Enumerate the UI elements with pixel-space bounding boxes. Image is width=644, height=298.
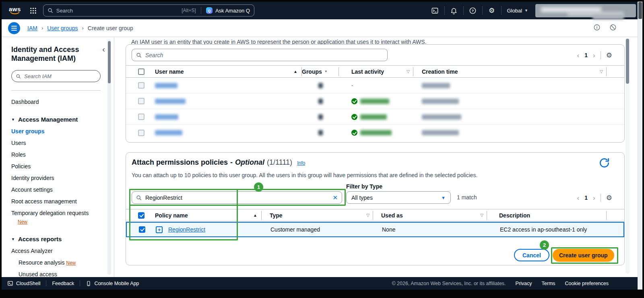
terms-link[interactable]: Terms bbox=[542, 281, 555, 286]
column-header-creation-time[interactable]: Creation time ▽ bbox=[413, 67, 624, 76]
status-slash-icon[interactable] bbox=[609, 24, 617, 33]
expand-policy-icon[interactable]: + bbox=[156, 226, 163, 233]
mobile-phone-icon bbox=[86, 281, 91, 286]
iam-sidebar: Identity and Access Management (IAM) ‹ S… bbox=[2, 37, 114, 277]
region-selector[interactable]: Global ▼ bbox=[502, 8, 534, 14]
content-region: Identity and Access Management (IAM) ‹ S… bbox=[2, 37, 642, 277]
main-scrollbar-thumb[interactable] bbox=[626, 39, 629, 84]
sidebar-item-users[interactable]: Users bbox=[11, 140, 100, 146]
column-header-policy-name[interactable]: Policy name ▲ bbox=[146, 211, 262, 220]
refresh-button[interactable] bbox=[599, 157, 610, 170]
redacted-user-name-link[interactable] bbox=[155, 83, 178, 88]
row-checkbox[interactable] bbox=[138, 130, 144, 136]
create-user-group-button[interactable]: Create user group bbox=[553, 249, 614, 262]
clear-search-icon[interactable]: ✕ bbox=[332, 194, 338, 201]
previous-page-button[interactable]: ‹ bbox=[577, 195, 580, 201]
new-badge: New bbox=[18, 219, 27, 225]
annotation-step-2: 2 bbox=[540, 240, 549, 250]
sidebar-item-access-analyzer[interactable]: Access Analyzer bbox=[11, 248, 100, 254]
sidebar-item-root-access-management[interactable]: Root access management bbox=[11, 198, 100, 205]
cookie-preferences-link[interactable]: Cookie preferences bbox=[565, 281, 609, 286]
column-header-user-name[interactable]: User name ▲ bbox=[146, 67, 302, 76]
console-mobile-app-button[interactable]: Console Mobile App bbox=[86, 281, 139, 286]
divider bbox=[606, 67, 607, 76]
aws-logo[interactable]: aws bbox=[9, 6, 21, 15]
sort-ascending-icon: ▲ bbox=[293, 69, 297, 74]
sidebar-search-input[interactable]: Search IAM bbox=[11, 70, 101, 82]
redacted-groups-count bbox=[318, 114, 323, 120]
annotation-step-1: 1 bbox=[254, 182, 263, 192]
window-scrollbar-thumb[interactable] bbox=[638, 2, 642, 19]
sidebar-item-resource-analysis[interactable]: Resource analysis New bbox=[19, 259, 100, 266]
redacted-user-name-link[interactable] bbox=[155, 130, 182, 135]
sidebar-collapse-icon[interactable]: ‹ bbox=[102, 46, 105, 52]
row-checkbox[interactable] bbox=[138, 82, 144, 89]
feedback-button[interactable]: Feedback bbox=[52, 281, 74, 286]
menu-icon[interactable] bbox=[8, 22, 20, 34]
column-header-used-as[interactable]: Used as ▽ bbox=[373, 211, 487, 220]
sidebar-item-account-settings[interactable]: Account settings bbox=[11, 186, 100, 193]
chevron-right-icon: › bbox=[41, 25, 43, 31]
breadcrumb-user-groups-link[interactable]: User groups bbox=[47, 25, 78, 31]
svg-text:Q: Q bbox=[208, 9, 211, 13]
sidebar-section-access-management[interactable]: ▼ Access Management bbox=[11, 116, 100, 123]
sidebar-item-user-groups[interactable]: User groups bbox=[11, 128, 100, 135]
cloudshell-icon[interactable] bbox=[426, 2, 444, 19]
redacted-creation-time bbox=[422, 130, 459, 135]
services-grid-icon[interactable] bbox=[30, 7, 37, 14]
select-all-checkbox[interactable] bbox=[138, 68, 144, 75]
column-header-description[interactable]: Description bbox=[487, 211, 624, 220]
app-window: aws Search [Alt+S] Q Ask Amazon Q bbox=[0, 0, 644, 298]
redacted-user-name-link[interactable] bbox=[155, 114, 178, 120]
cloudshell-button[interactable]: CloudShell bbox=[7, 280, 40, 286]
row-checkbox[interactable] bbox=[138, 98, 144, 104]
row-checkbox[interactable] bbox=[139, 226, 145, 233]
policies-search-input[interactable]: RegionRestrict ✕ bbox=[132, 191, 342, 204]
sidebar-item-dashboard[interactable]: Dashboard bbox=[11, 99, 100, 105]
divider bbox=[201, 7, 201, 14]
sidebar-item-roles[interactable]: Roles bbox=[11, 151, 100, 158]
last-activity-value: - bbox=[351, 82, 353, 89]
page-number: 1 bbox=[584, 52, 588, 58]
next-page-button[interactable]: › bbox=[593, 195, 595, 201]
info-icon[interactable] bbox=[593, 24, 601, 33]
column-header-groups[interactable]: Groups ▼ bbox=[302, 67, 339, 76]
privacy-link[interactable]: Privacy bbox=[516, 281, 532, 286]
table-settings-gear-icon[interactable]: ⚙ bbox=[606, 52, 612, 59]
sidebar-section-access-reports[interactable]: ▼ Access reports bbox=[11, 236, 100, 242]
previous-page-button[interactable]: ‹ bbox=[577, 52, 580, 59]
cancel-button[interactable]: Cancel bbox=[514, 249, 549, 261]
users-search-input[interactable]: Search bbox=[132, 49, 388, 61]
divider bbox=[80, 280, 80, 286]
info-link[interactable]: Info bbox=[297, 160, 305, 166]
redacted-user-name-link[interactable] bbox=[155, 99, 186, 104]
redacted-account-subtext bbox=[592, 15, 624, 20]
console-search-input[interactable]: Search [Alt+S] Q Ask Amazon Q bbox=[43, 4, 254, 17]
users-pagination: ‹ 1 › ⚙ bbox=[577, 51, 612, 59]
column-header-type[interactable]: Type ▽ bbox=[262, 211, 373, 220]
row-checkbox[interactable] bbox=[138, 114, 144, 120]
notifications-bell-icon[interactable] bbox=[445, 2, 463, 19]
help-icon[interactable]: ? bbox=[464, 2, 482, 19]
select-all-checkbox[interactable] bbox=[138, 212, 144, 219]
sidebar-item-unused-access[interactable]: Unused access bbox=[19, 271, 100, 277]
redacted-groups-count bbox=[318, 83, 323, 88]
ask-amazon-q-button[interactable]: Q Ask Amazon Q bbox=[206, 7, 250, 14]
sidebar-scrollbar-thumb[interactable] bbox=[108, 41, 111, 83]
policy-row-regionrestrict[interactable]: + RegionRestrict Customer managed None E… bbox=[126, 222, 624, 237]
triangle-down-icon: ▼ bbox=[11, 237, 15, 241]
policies-search-value: RegionRestrict bbox=[145, 195, 329, 201]
sidebar-item-policies[interactable]: Policies bbox=[11, 163, 100, 170]
breadcrumb-iam-link[interactable]: IAM bbox=[27, 25, 37, 31]
column-header-last-activity[interactable]: Last activity ▽ bbox=[339, 67, 413, 76]
sidebar-item-temporary-delegation-requests[interactable]: Temporary delegation requests New bbox=[11, 210, 100, 225]
policies-pagination: ‹ 1 › ⚙ bbox=[577, 194, 612, 202]
table-settings-gear-icon[interactable]: ⚙ bbox=[606, 195, 612, 201]
next-page-button[interactable]: › bbox=[593, 52, 595, 59]
search-icon bbox=[136, 52, 142, 58]
settings-gear-icon[interactable]: ⚙ bbox=[483, 2, 501, 19]
redacted-creation-time bbox=[422, 83, 450, 88]
policy-name-link[interactable]: RegionRestrict bbox=[168, 226, 205, 233]
type-filter-dropdown[interactable]: All types ▼ bbox=[346, 191, 451, 204]
sidebar-item-identity-providers[interactable]: Identity providers bbox=[11, 175, 100, 181]
